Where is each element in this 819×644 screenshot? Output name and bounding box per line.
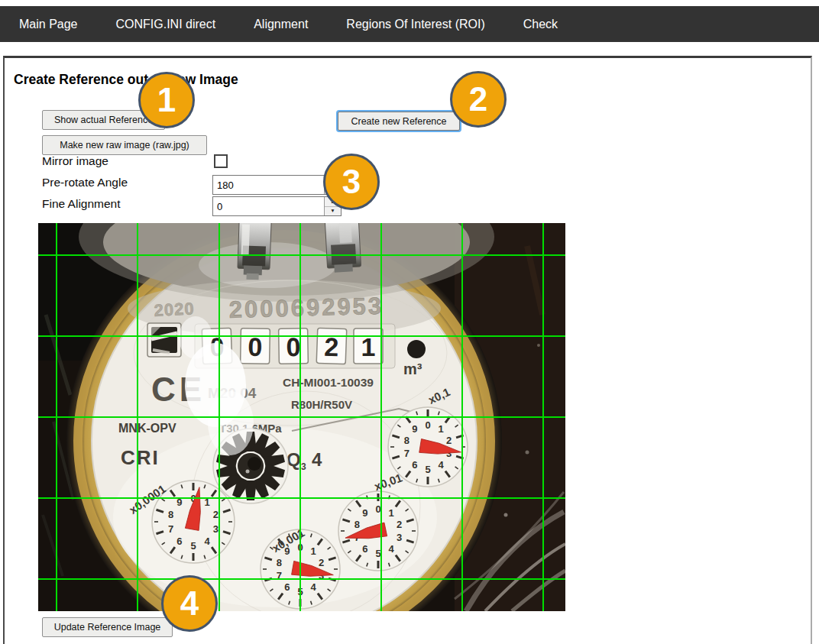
annotation-callout-4: 4 — [161, 575, 218, 632]
svg-text:Q: Q — [286, 449, 301, 470]
nav-item-main-page[interactable]: Main Page — [19, 18, 78, 31]
make-new-raw-image-button[interactable]: Make new raw image (raw.jpg) — [42, 135, 207, 155]
svg-text:7: 7 — [404, 448, 410, 459]
svg-text:6: 6 — [362, 543, 367, 555]
nav-item-alignment[interactable]: Alignment — [254, 18, 308, 31]
svg-text:1: 1 — [388, 507, 393, 519]
counter-digit: 0 — [279, 328, 309, 364]
meter-photo: 2020 2000692953 00021 m³ CE M20 04 CH-MI… — [38, 223, 565, 611]
svg-text:7: 7 — [168, 523, 173, 535]
page-title: Create Reference out of Raw Image — [14, 72, 238, 88]
fine-alignment-field: ▲ ▼ — [212, 196, 342, 216]
serial-prefix: 2020 — [154, 299, 195, 320]
nav-item-check[interactable]: Check — [523, 18, 558, 31]
svg-text:3: 3 — [397, 532, 402, 543]
mounting-clip-right — [325, 223, 361, 273]
svg-text:5: 5 — [375, 548, 380, 559]
prerotate-angle-input[interactable] — [213, 176, 324, 194]
svg-text:4: 4 — [312, 449, 322, 470]
annotation-callout-2: 2 — [450, 71, 507, 128]
serial-number: 2000692953 — [228, 293, 384, 323]
annotation-callout-1: 1 — [138, 72, 195, 128]
svg-text:1: 1 — [438, 423, 443, 435]
counter-dot — [407, 340, 426, 358]
svg-text:0: 0 — [425, 419, 430, 431]
svg-text:3: 3 — [301, 461, 306, 472]
prerotate-angle-label: Pre-rotate Angle — [42, 176, 128, 189]
fine-alignment-input[interactable] — [213, 197, 324, 215]
top-navbar: Main Page CONFIG.INI direct Alignment Re… — [0, 6, 819, 42]
svg-text:3: 3 — [213, 523, 219, 535]
reference-image: 2020 2000692953 00021 m³ CE M20 04 CH-MI… — [38, 223, 565, 611]
counter-digit: 1 — [354, 328, 383, 364]
create-new-reference-button[interactable]: Create new Reference — [338, 112, 460, 131]
svg-text:2: 2 — [213, 509, 219, 520]
svg-text:6: 6 — [176, 536, 182, 547]
maker-logo — [147, 323, 181, 357]
meter-id-label: CH-MI001-10039 — [283, 376, 374, 389]
prerotate-angle-field: ▲ ▼ — [212, 175, 342, 195]
svg-text:7: 7 — [277, 570, 282, 581]
meter-dial: 0123456789 — [338, 491, 418, 571]
svg-text:4: 4 — [205, 536, 211, 547]
mirror-image-label: Mirror image — [42, 154, 108, 168]
svg-text:1: 1 — [310, 545, 316, 557]
svg-text:2: 2 — [319, 557, 324, 568]
annotation-callout-3: 3 — [323, 154, 380, 210]
svg-text:6: 6 — [284, 581, 290, 593]
svg-text:4: 4 — [310, 581, 316, 593]
svg-text:2: 2 — [397, 519, 402, 530]
nav-item-roi[interactable]: Regions Of Interest (ROI) — [346, 18, 484, 31]
svg-text:5: 5 — [190, 540, 196, 552]
counter-digit: 0 — [241, 328, 270, 364]
svg-text:8: 8 — [354, 519, 360, 530]
update-reference-image-button[interactable]: Update Reference Image — [42, 617, 173, 637]
svg-text:6: 6 — [412, 459, 417, 471]
model-label: CRI — [121, 446, 160, 469]
svg-text:9: 9 — [362, 507, 367, 519]
svg-text:8: 8 — [404, 435, 410, 446]
svg-text:2: 2 — [446, 435, 452, 446]
nav-item-config-ini[interactable]: CONFIG.INI direct — [116, 18, 216, 31]
unit-label: m³ — [403, 361, 422, 377]
fine-alignment-label: Fine Alignment — [42, 197, 121, 211]
svg-text:4: 4 — [388, 543, 394, 555]
counter-digit: 2 — [316, 328, 347, 364]
svg-text:0: 0 — [375, 503, 380, 515]
svg-text:8: 8 — [277, 557, 282, 568]
svg-text:5: 5 — [425, 464, 430, 475]
spin-down-icon[interactable]: ▼ — [325, 207, 341, 216]
mirror-image-checkbox[interactable] — [214, 154, 228, 168]
svg-text:4: 4 — [438, 459, 444, 471]
brand-label: MNK-OPV — [118, 422, 176, 435]
svg-text:9: 9 — [412, 423, 417, 435]
svg-text:8: 8 — [168, 509, 173, 520]
